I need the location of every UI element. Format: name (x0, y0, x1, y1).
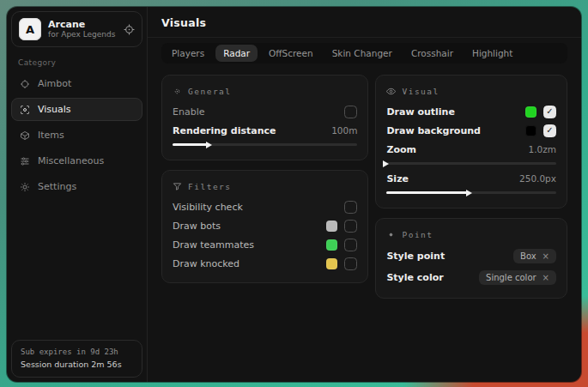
draw-bots-label: Draw bots (173, 221, 326, 232)
app-name: Arcane (48, 19, 117, 31)
close-icon[interactable]: × (543, 273, 549, 282)
slider-thumb[interactable] (466, 190, 472, 197)
size-value: 250.0px (519, 173, 556, 184)
style-point-label: Style point (386, 251, 513, 262)
enable-checkbox[interactable]: ✓ (344, 106, 357, 118)
gear-icon (20, 182, 30, 192)
session-duration-text: Session duration 2m 56s (21, 359, 133, 371)
draw-teammates-row: Draw teammates ✓ (173, 235, 357, 254)
sidebar-item-aimbot[interactable]: Aimbot (11, 72, 142, 95)
enable-row: Enable ✓ (173, 102, 357, 121)
style-color-label: Style color (386, 272, 479, 283)
box-icon (20, 130, 30, 141)
tab-offscreen[interactable]: OffScreen (261, 45, 321, 62)
style-point-select[interactable]: Box × (513, 249, 556, 263)
scan-eye-icon (20, 105, 30, 115)
draw-knocked-row: Draw knocked ✓ (173, 254, 357, 273)
draw-bots-row: Draw bots ✓ (173, 216, 357, 235)
tab-bar: Players Radar OffScreen Skin Changer Cro… (161, 43, 567, 63)
sidebar-item-label: Miscellaneous (38, 155, 104, 166)
app-window: A Arcane for Apex Legends Category Aimbo… (7, 7, 581, 382)
draw-teammates-label: Draw teammates (173, 239, 326, 251)
draw-teammates-color-swatch[interactable] (326, 239, 337, 251)
slider-thumb[interactable] (383, 160, 389, 167)
visibility-check-row: Visibility check ✓ (173, 197, 357, 216)
tab-highlight[interactable]: Highlight (464, 45, 520, 62)
funnel-icon (173, 182, 182, 191)
tab-crosshair[interactable]: Crosshair (403, 45, 461, 62)
zoom-value: 1.0zm (529, 144, 556, 154)
panel-filters: Filters Visibility check ✓ Draw bots ✓ D… (161, 170, 368, 283)
style-color-row: Style color Single color × (386, 267, 556, 288)
zoom-label: Zoom (386, 144, 528, 155)
size-slider[interactable] (386, 191, 556, 194)
rendering-distance-row: Rendering distance 100m (173, 121, 357, 140)
panel-title: Point (402, 230, 433, 239)
tab-players[interactable]: Players (164, 45, 212, 62)
sidebar-item-label: Aimbot (38, 78, 71, 89)
category-label: Category (18, 58, 147, 67)
draw-outline-checkbox[interactable]: ✓ (543, 106, 556, 118)
panel-title: Filters (188, 182, 232, 191)
sidebar-item-settings[interactable]: Settings (11, 175, 142, 198)
sliders-icon (20, 156, 30, 166)
panel-title: General (188, 87, 232, 96)
brand-header: A Arcane for Apex Legends (11, 11, 142, 47)
eye-icon (386, 87, 396, 96)
close-icon[interactable]: × (543, 251, 549, 261)
scope-icon[interactable] (124, 24, 135, 35)
draw-outline-color-swatch[interactable] (525, 106, 536, 118)
style-point-row: Style point Box × (386, 245, 556, 267)
general-gear-icon (173, 87, 182, 96)
panel-point: Point Style point Box × Style color Sing… (375, 218, 567, 299)
crosshair-icon (20, 79, 30, 89)
sidebar-item-miscellaneous[interactable]: Miscellaneous (11, 149, 142, 172)
draw-background-color-swatch[interactable] (525, 125, 536, 136)
draw-bots-checkbox[interactable]: ✓ (344, 220, 357, 233)
panel-general: General Enable ✓ Rendering distance 100m (161, 75, 368, 160)
draw-background-checkbox[interactable]: ✓ (543, 124, 556, 137)
sidebar-item-label: Items (38, 130, 64, 141)
tab-radar[interactable]: Radar (215, 45, 258, 62)
draw-outline-label: Draw outline (386, 106, 525, 118)
panel-visual: Visual Draw outline ✓ Draw background ✓ … (375, 75, 567, 209)
draw-outline-row: Draw outline ✓ (386, 102, 556, 121)
draw-teammates-checkbox[interactable]: ✓ (344, 239, 357, 251)
visibility-check-label: Visibility check (173, 202, 344, 213)
app-subtitle: for Apex Legends (48, 30, 117, 39)
style-color-chip-label: Single color (486, 273, 536, 282)
style-point-chip-label: Box (520, 251, 536, 261)
visibility-check-checkbox[interactable]: ✓ (344, 201, 357, 214)
rendering-distance-slider[interactable] (173, 143, 357, 146)
sidebar-item-visuals[interactable]: Visuals (11, 98, 142, 121)
sidebar-nav: Aimbot Visuals Items Miscellaneous Setti… (7, 72, 147, 198)
page-title: Visuals (161, 16, 567, 29)
sidebar-item-label: Visuals (38, 104, 71, 115)
size-row: Size 250.0px (386, 169, 556, 188)
panel-title: Visual (402, 87, 439, 96)
size-label: Size (386, 173, 519, 184)
style-color-select[interactable]: Single color × (479, 270, 556, 285)
point-dot-icon (386, 230, 396, 239)
draw-bots-color-swatch[interactable] (326, 221, 337, 232)
main-header: Visuals (148, 7, 581, 38)
rendering-distance-label: Rendering distance (173, 125, 331, 136)
tab-skin-changer[interactable]: Skin Changer (324, 45, 400, 62)
enable-label: Enable (173, 106, 344, 118)
main-area: Visuals Players Radar OffScreen Skin Cha… (148, 7, 581, 382)
zoom-row: Zoom 1.0zm (386, 140, 556, 159)
zoom-slider[interactable] (386, 162, 556, 165)
draw-background-label: Draw background (386, 125, 525, 136)
check-icon: ✓ (546, 107, 553, 116)
draw-knocked-color-swatch[interactable] (326, 258, 337, 269)
sidebar-item-label: Settings (38, 181, 76, 192)
sidebar: A Arcane for Apex Legends Category Aimbo… (7, 7, 148, 382)
draw-knocked-label: Draw knocked (173, 258, 326, 269)
draw-background-row: Draw background ✓ (386, 121, 556, 140)
app-logo: A (19, 18, 41, 40)
check-icon: ✓ (546, 126, 553, 135)
sidebar-item-items[interactable]: Items (11, 124, 142, 147)
slider-thumb[interactable] (206, 142, 212, 148)
draw-knocked-checkbox[interactable]: ✓ (344, 257, 357, 270)
sub-expires-text: Sub expires in 9d 23h (21, 347, 133, 359)
